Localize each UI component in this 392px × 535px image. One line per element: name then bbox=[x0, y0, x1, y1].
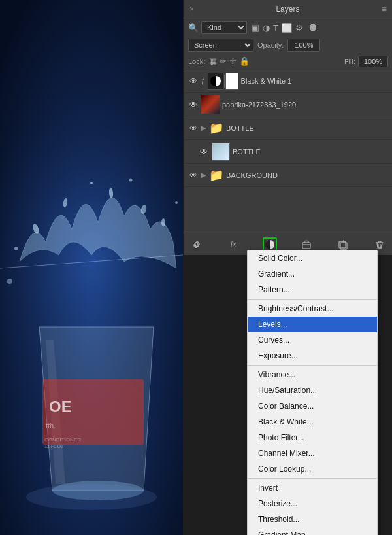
layer-fx-bw: ƒ bbox=[201, 77, 205, 84]
paprika-thumb bbox=[201, 95, 220, 114]
menu-item-exposure[interactable]: Exposure... bbox=[248, 348, 377, 364]
filter-shape-icon[interactable]: ⬜ bbox=[281, 22, 293, 33]
panel-header: × Layers ≡ bbox=[184, 0, 392, 18]
filter-adjustment-icon[interactable]: ◑ bbox=[262, 22, 270, 33]
menu-item-solid-color[interactable]: Solid Color... bbox=[248, 250, 377, 266]
bottle-thumb bbox=[212, 143, 230, 161]
svg-point-17 bbox=[175, 201, 178, 204]
folder-icon-bottle: 📁 bbox=[209, 121, 223, 135]
panel-close-icon[interactable]: × bbox=[189, 5, 194, 14]
filter-icons: ▣ ◑ T ⬜ ⚙ ⏺ bbox=[251, 21, 319, 34]
panel-menu-icon[interactable]: ≡ bbox=[382, 4, 387, 14]
menu-separator-1 bbox=[248, 299, 377, 300]
svg-text:CONDITIONER: CONDITIONER bbox=[44, 437, 81, 443]
svg-point-19 bbox=[26, 484, 157, 510]
menu-item-photo-filter[interactable]: Photo Filter... bbox=[248, 430, 377, 445]
filter-kind-select[interactable]: Kind bbox=[201, 21, 247, 34]
menu-item-black-white[interactable]: Black & White... bbox=[248, 414, 377, 430]
eye-icon-bottle-folder[interactable]: 👁 bbox=[188, 123, 199, 133]
panel-title: Layers bbox=[276, 5, 299, 14]
eye-icon-bw[interactable]: 👁 bbox=[188, 76, 199, 86]
blend-mode-select[interactable]: Screen bbox=[188, 39, 253, 52]
dropdown-menu: Solid Color... Gradient... Pattern... Br… bbox=[247, 250, 378, 535]
layer-name-bottle-folder: BOTTLE bbox=[226, 124, 388, 132]
opacity-label: Opacity: bbox=[257, 41, 284, 49]
layer-name-bw: Black & White 1 bbox=[241, 77, 388, 85]
lock-all-icon[interactable]: 🔒 bbox=[239, 56, 250, 66]
svg-point-14 bbox=[14, 247, 18, 250]
layer-name-bottle: BOTTLE bbox=[233, 148, 388, 156]
opacity-input[interactable] bbox=[287, 39, 320, 52]
eye-icon-background-folder[interactable]: 👁 bbox=[188, 170, 199, 181]
menu-item-color-balance[interactable]: Color Balance... bbox=[248, 398, 377, 414]
filter-pixel-icon[interactable]: ▣ bbox=[251, 22, 260, 33]
filter-toggle-icon[interactable]: ⏺ bbox=[307, 21, 319, 34]
blend-row: Screen Opacity: bbox=[184, 37, 392, 54]
lock-checkerboard-icon[interactable]: ▦ bbox=[209, 56, 217, 66]
canvas-area: OE tth. CONDITIONER 12 FL OZ bbox=[0, 0, 183, 535]
svg-text:12 FL OZ: 12 FL OZ bbox=[44, 444, 64, 449]
menu-item-brightness-contrast[interactable]: Brightness/Contrast... bbox=[248, 301, 377, 317]
eye-icon-bottle[interactable]: 👁 bbox=[199, 147, 209, 157]
filter-row: 🔍 Kind ▣ ◑ T ⬜ ⚙ ⏺ bbox=[184, 18, 392, 37]
menu-item-invert[interactable]: Invert bbox=[248, 480, 377, 496]
folder-icon-background: 📁 bbox=[209, 168, 223, 182]
layer-name-paprika: paprika-2172383_1920 bbox=[222, 101, 388, 109]
menu-item-pattern[interactable]: Pattern... bbox=[248, 282, 377, 298]
svg-point-16 bbox=[129, 179, 133, 182]
svg-text:tth.: tth. bbox=[46, 422, 56, 430]
folder-arrow[interactable]: ▶ bbox=[201, 124, 206, 131]
lock-icons: ▦ ✏ ✛ 🔒 bbox=[209, 56, 250, 66]
lock-move-icon[interactable]: ✛ bbox=[229, 56, 237, 66]
menu-separator-3 bbox=[248, 478, 377, 479]
menu-item-hue-saturation[interactable]: Hue/Saturation... bbox=[248, 383, 377, 398]
eye-icon-paprika[interactable]: 👁 bbox=[188, 99, 199, 110]
bg-folder-arrow[interactable]: ▶ bbox=[201, 171, 206, 179]
layer-item-paprika[interactable]: 👁 paprika-2172383_1920 bbox=[184, 93, 392, 116]
layers-panel: × Layers ≡ 🔍 Kind ▣ ◑ T ⬜ ⚙ ⏺ Screen Opa… bbox=[184, 0, 392, 255]
layer-name-background-folder: BACKGROUND bbox=[226, 171, 388, 179]
layers-list: 👁 ƒ Black & White 1 👁 paprika-2172383_19… bbox=[184, 69, 392, 233]
menu-item-threshold[interactable]: Threshold... bbox=[248, 511, 377, 527]
layer-item-background-folder[interactable]: 👁 ▶ 📁 BACKGROUND bbox=[184, 164, 392, 187]
svg-text:OE: OE bbox=[49, 398, 72, 415]
fill-input[interactable] bbox=[358, 56, 388, 67]
layer-item-bottle-folder[interactable]: 👁 ▶ 📁 BOTTLE bbox=[184, 116, 392, 140]
link-layers-button[interactable] bbox=[189, 237, 204, 252]
menu-item-posterize[interactable]: Posterize... bbox=[248, 496, 377, 511]
svg-point-12 bbox=[161, 218, 165, 226]
fill-section: Fill: bbox=[344, 56, 388, 67]
menu-item-gradient-map[interactable]: Gradient Map... bbox=[248, 527, 377, 535]
menu-item-gradient[interactable]: Gradient... bbox=[248, 266, 377, 282]
filter-type-icon[interactable]: T bbox=[272, 22, 279, 33]
menu-item-vibrance[interactable]: Vibrance... bbox=[248, 367, 377, 383]
lock-row: Lock: ▦ ✏ ✛ 🔒 Fill: bbox=[184, 54, 392, 69]
menu-separator-2 bbox=[248, 365, 377, 366]
lock-brush-icon[interactable]: ✏ bbox=[220, 56, 227, 66]
layer-item-bw[interactable]: 👁 ƒ Black & White 1 bbox=[184, 69, 392, 93]
menu-item-color-lookup[interactable]: Color Lookup... bbox=[248, 461, 377, 477]
menu-item-levels[interactable]: Levels... bbox=[248, 317, 377, 332]
lock-label: Lock: bbox=[188, 58, 205, 65]
fill-label: Fill: bbox=[344, 58, 355, 65]
menu-item-channel-mixer[interactable]: Channel Mixer... bbox=[248, 445, 377, 461]
svg-rect-20 bbox=[302, 243, 310, 249]
menu-item-curves[interactable]: Curves... bbox=[248, 332, 377, 348]
svg-point-15 bbox=[90, 182, 93, 184]
svg-point-18 bbox=[7, 279, 12, 284]
layer-style-button[interactable]: fx bbox=[226, 237, 240, 252]
layer-item-bottle[interactable]: 👁 BOTTLE bbox=[184, 140, 392, 164]
filter-search-icon: 🔍 bbox=[188, 23, 199, 33]
filter-smart-icon[interactable]: ⚙ bbox=[295, 22, 304, 33]
